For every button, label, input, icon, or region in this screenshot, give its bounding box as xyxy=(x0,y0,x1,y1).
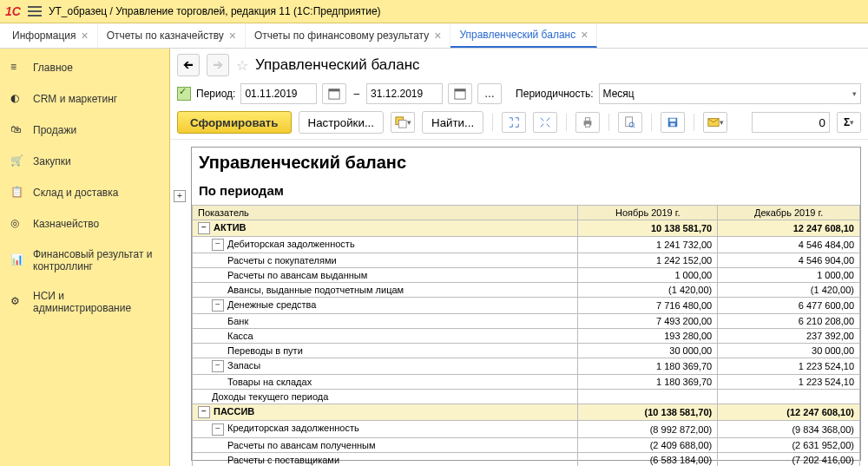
close-tab-icon[interactable]: × xyxy=(581,28,588,42)
sidebar-item[interactable]: 📊Финансовый результат и контроллинг xyxy=(0,240,169,281)
value-cell: 12 247 608,10 xyxy=(718,220,860,237)
row-label: ПАССИВ xyxy=(214,406,254,417)
run-report-button[interactable]: Сформировать xyxy=(177,111,292,134)
value-cell: 1 242 152,00 xyxy=(578,253,718,268)
value-cell: 1 223 524,10 xyxy=(718,375,860,390)
table-row: Банк7 493 200,006 210 208,00 xyxy=(193,314,860,329)
value-cell: 237 392,00 xyxy=(718,329,860,344)
sum-button[interactable]: Σ▾ xyxy=(837,112,861,133)
sidebar-item-icon: 🛍 xyxy=(10,123,24,137)
row-label: Переводы в пути xyxy=(227,345,303,356)
table-row: −Дебиторская задолженность1 241 732,004 … xyxy=(193,237,860,253)
value-cell: (2 631 952,00) xyxy=(718,437,860,452)
row-label-cell: Касса xyxy=(193,329,578,344)
row-expander[interactable]: − xyxy=(212,299,224,312)
value-cell: (2 409 688,00) xyxy=(578,437,718,452)
row-expander[interactable]: − xyxy=(212,239,224,251)
svg-rect-12 xyxy=(670,119,676,122)
outer-expand-button[interactable]: + xyxy=(174,190,186,202)
close-tab-icon[interactable]: × xyxy=(434,29,441,43)
variants-button[interactable]: ▾ xyxy=(391,112,415,133)
row-expander[interactable]: − xyxy=(198,406,210,418)
save-button[interactable] xyxy=(661,112,685,133)
row-label: АКТИВ xyxy=(214,222,247,233)
period-checkbox[interactable] xyxy=(177,87,191,101)
sidebar-item-icon: 📋 xyxy=(10,186,24,200)
column-header: Показатель xyxy=(193,206,578,220)
collapse-all-button[interactable] xyxy=(533,112,557,133)
value-cell: 7 493 200,00 xyxy=(578,314,718,329)
close-tab-icon[interactable]: × xyxy=(81,29,88,43)
row-label-cell: −Кредиторская задолженность xyxy=(193,421,578,437)
sidebar-item[interactable]: ◎Казначейство xyxy=(0,208,169,240)
favorite-star-icon[interactable]: ☆ xyxy=(236,57,248,74)
sidebar-item[interactable]: 📋Склад и доставка xyxy=(0,177,169,208)
row-label: Денежные средства xyxy=(227,299,316,310)
sidebar-item[interactable]: ≡Главное xyxy=(0,52,169,83)
sidebar-item[interactable]: ⚙НСИ и администрирование xyxy=(0,281,169,323)
table-row: −Денежные средства7 716 480,006 477 600,… xyxy=(193,298,860,314)
variant-number-input[interactable] xyxy=(752,112,830,133)
value-cell: (8 992 872,00) xyxy=(578,421,718,437)
table-row: Доходы текущего периода xyxy=(193,390,860,404)
row-expander[interactable]: − xyxy=(212,423,224,436)
row-label: Доходы текущего периода xyxy=(212,391,328,402)
period-label: Период: xyxy=(196,88,235,100)
nav-back-button[interactable]: 🡨 xyxy=(177,54,200,76)
value-cell: 4 546 484,00 xyxy=(718,237,860,253)
value-cell: 30 000,00 xyxy=(578,344,718,358)
sidebar-item[interactable]: 🛍Продажи xyxy=(0,115,169,146)
table-row: Расчеты по авансам выданным1 000,001 000… xyxy=(193,268,860,283)
sidebar-item-label: Казначейство xyxy=(33,218,99,230)
date-from-picker-button[interactable] xyxy=(322,83,346,104)
row-label: Кредиторская задолженность xyxy=(227,423,359,433)
expand-all-button[interactable] xyxy=(502,112,526,133)
email-button[interactable]: ▾ xyxy=(703,112,727,133)
tab[interactable]: Отчеты по казначейству× xyxy=(98,23,246,48)
date-separator: – xyxy=(352,88,361,100)
table-row: Расчеты с поставщиками(6 583 184,00)(7 2… xyxy=(193,452,860,466)
chevron-down-icon: ▾ xyxy=(852,89,857,98)
preview-button[interactable] xyxy=(618,112,642,133)
find-button[interactable]: Найти... xyxy=(422,111,483,134)
row-label: Расчеты по авансам полученным xyxy=(227,440,376,450)
page-title: Управленческий баланс xyxy=(255,56,420,74)
value-cell: 1 241 732,00 xyxy=(578,237,718,253)
row-label: Расчеты с покупателями xyxy=(227,255,337,266)
row-label: Касса xyxy=(227,331,253,341)
svg-rect-3 xyxy=(455,89,465,92)
period-select-button[interactable]: … xyxy=(477,83,502,104)
date-to-picker-button[interactable] xyxy=(448,83,472,104)
report-table: ПоказательНоябрь 2019 г.Декабрь 2019 г.−… xyxy=(192,205,860,466)
sidebar-item-label: НСИ и администрирование xyxy=(33,290,159,314)
row-expander[interactable]: − xyxy=(198,222,210,234)
value-cell: 1 000,00 xyxy=(718,268,860,283)
main-menu-icon[interactable] xyxy=(28,6,42,16)
frequency-select[interactable]: Месяц ▾ xyxy=(599,83,861,104)
row-label: Запасы xyxy=(227,360,260,371)
tab-label: Управленческий баланс xyxy=(459,29,575,41)
sidebar-item[interactable]: ◐CRM и маркетинг xyxy=(0,83,169,115)
table-row: −Запасы1 180 369,701 223 524,10 xyxy=(193,358,860,375)
nav-forward-button[interactable]: 🡪 xyxy=(207,54,229,76)
tab[interactable]: Управленческий баланс× xyxy=(450,23,597,48)
value-cell: 1 223 524,10 xyxy=(718,358,860,375)
tab-strip: Информация×Отчеты по казначейству×Отчеты… xyxy=(0,23,868,49)
date-from-input[interactable] xyxy=(240,83,317,104)
row-label: Банк xyxy=(227,316,248,326)
table-row: −ПАССИВ(10 138 581,70)(12 247 608,10) xyxy=(193,404,860,421)
close-tab-icon[interactable]: × xyxy=(229,29,236,43)
date-to-input[interactable] xyxy=(366,83,443,104)
value-cell: 1 000,00 xyxy=(578,268,718,283)
sidebar-item[interactable]: 🛒Закупки xyxy=(0,146,169,177)
tab[interactable]: Информация× xyxy=(3,23,98,48)
table-row: Расчеты по авансам полученным(2 409 688,… xyxy=(193,437,860,452)
svg-rect-13 xyxy=(671,123,675,127)
value-cell: 6 477 600,00 xyxy=(718,298,860,314)
tab[interactable]: Отчеты по финансовому результату× xyxy=(246,23,450,48)
row-expander[interactable]: − xyxy=(212,360,224,372)
row-label-cell: Расчеты с поставщиками xyxy=(193,452,578,466)
print-button[interactable] xyxy=(575,112,600,133)
settings-button[interactable]: Настройки... xyxy=(299,111,384,134)
tab-label: Информация xyxy=(12,30,76,42)
